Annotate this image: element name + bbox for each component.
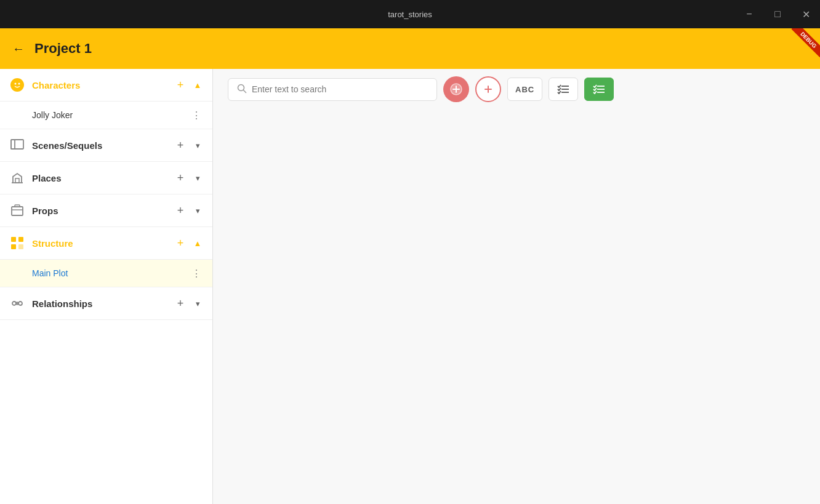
content-body (213, 110, 820, 504)
add-secondary-button[interactable] (475, 76, 501, 102)
svg-point-12 (12, 302, 16, 305)
relationships-add-button[interactable]: + (173, 296, 188, 311)
structure-add-button[interactable]: + (173, 236, 188, 250)
main-layout: Characters + ▲ Jolly Joker ⋮ Scenes/Sequ… (0, 69, 820, 504)
sidebar-item-jolly-joker[interactable]: Jolly Joker ⋮ (0, 102, 212, 129)
characters-label: Characters (32, 80, 173, 90)
sidebar-section-places[interactable]: Places + ▾ (0, 162, 212, 194)
relationships-chevron-icon: ▾ (191, 297, 204, 310)
search-input[interactable] (252, 84, 428, 94)
search-box (228, 78, 437, 101)
titlebar: tarot_stories − □ ✕ (0, 0, 820, 28)
props-add-button[interactable]: + (173, 203, 188, 218)
structure-icon (9, 234, 26, 252)
sidebar-section-props[interactable]: Props + ▾ (0, 194, 212, 227)
structure-label: Structure (32, 238, 173, 249)
header: ← Project 1 (0, 28, 820, 69)
props-chevron-icon: ▾ (191, 204, 204, 217)
main-plot-label: Main Plot (32, 268, 189, 278)
debug-badge (783, 28, 820, 65)
sidebar-item-main-plot[interactable]: Main Plot ⋮ (0, 260, 212, 287)
titlebar-title: tarot_stories (388, 10, 432, 19)
project-title: Project 1 (34, 41, 92, 57)
svg-rect-10 (11, 244, 16, 249)
back-button[interactable]: ← (12, 42, 25, 56)
checklist-confirm-button[interactable] (584, 78, 614, 101)
jolly-joker-label: Jolly Joker (32, 110, 189, 120)
characters-icon (9, 76, 26, 94)
close-button[interactable]: ✕ (792, 0, 820, 28)
toolbar: ABC (213, 69, 820, 110)
sidebar-section-relationships[interactable]: Relationships + ▾ (0, 287, 212, 320)
scenes-add-button[interactable]: + (173, 138, 188, 153)
svg-rect-4 (11, 140, 15, 149)
titlebar-controls: − □ ✕ (735, 0, 820, 28)
places-label: Places (32, 173, 173, 183)
svg-rect-6 (12, 207, 23, 215)
svg-point-0 (10, 78, 24, 92)
minimize-button[interactable]: − (735, 0, 763, 28)
places-add-button[interactable]: + (173, 170, 188, 185)
svg-point-2 (18, 83, 20, 85)
maximize-button[interactable]: □ (763, 0, 792, 28)
svg-rect-5 (15, 178, 19, 183)
props-icon (9, 202, 26, 219)
sidebar-section-characters[interactable]: Characters + ▲ (0, 69, 212, 102)
relationships-label: Relationships (32, 298, 173, 309)
svg-point-1 (15, 83, 17, 85)
main-plot-menu-button[interactable]: ⋮ (189, 266, 204, 281)
relationships-icon (9, 295, 26, 312)
places-icon (9, 169, 26, 186)
sidebar-section-scenes[interactable]: Scenes/Sequels + ▾ (0, 129, 212, 162)
scenes-icon (9, 137, 26, 154)
characters-chevron-icon: ▲ (191, 79, 204, 91)
props-label: Props (32, 206, 173, 216)
search-icon (237, 84, 247, 95)
scenes-label: Scenes/Sequels (32, 140, 173, 151)
svg-rect-3 (11, 140, 23, 149)
svg-rect-8 (11, 237, 16, 242)
svg-rect-11 (18, 244, 23, 249)
svg-line-15 (244, 90, 246, 92)
places-chevron-icon: ▾ (191, 172, 204, 184)
svg-rect-9 (18, 237, 23, 242)
scenes-chevron-icon: ▾ (191, 139, 204, 151)
content-area: ABC (213, 69, 820, 504)
add-primary-button[interactable] (443, 76, 469, 102)
structure-chevron-icon: ▲ (191, 237, 204, 249)
jolly-joker-menu-button[interactable]: ⋮ (189, 108, 204, 122)
characters-add-button[interactable]: + (173, 78, 188, 92)
abc-button[interactable]: ABC (507, 78, 542, 101)
sidebar: Characters + ▲ Jolly Joker ⋮ Scenes/Sequ… (0, 69, 213, 504)
checklist-button[interactable] (549, 78, 578, 101)
sidebar-section-structure[interactable]: Structure + ▲ (0, 227, 212, 260)
svg-point-13 (18, 302, 22, 305)
